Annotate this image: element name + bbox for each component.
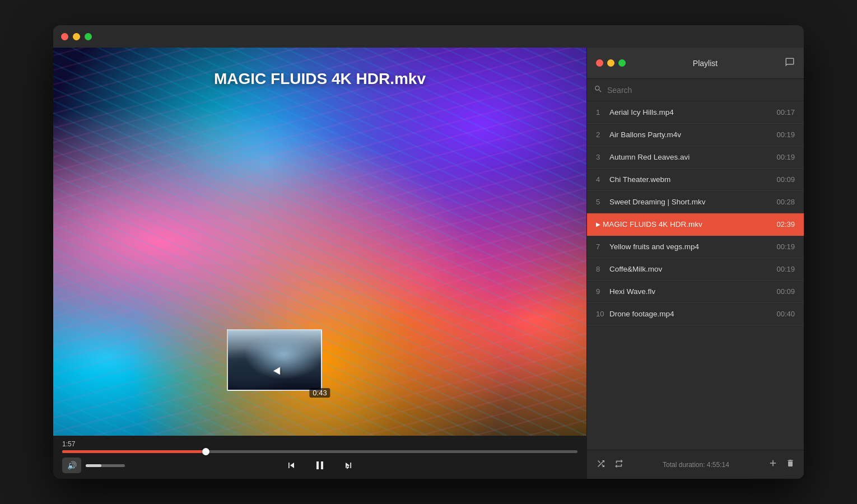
playlist-maximize-button[interactable]	[618, 59, 626, 67]
progress-track[interactable]	[62, 450, 577, 453]
item-name: Air Ballons Party.m4v	[609, 130, 772, 139]
playback-controls	[285, 459, 355, 472]
item-duration: 00:09	[776, 287, 795, 296]
shuffle-button[interactable]	[595, 458, 607, 472]
window-controls	[61, 33, 92, 40]
play-indicator: ▶	[596, 221, 600, 227]
seek-time-label: 0:43	[309, 388, 330, 398]
item-name: Sweet Dreaming | Short.mkv	[609, 198, 772, 206]
next-button[interactable]	[342, 460, 355, 471]
time-elapsed: 1:57	[62, 440, 577, 448]
playlist-window-controls	[596, 59, 626, 67]
playlist-item[interactable]: 2 Air Ballons Party.m4v 00:19	[587, 124, 804, 146]
minimize-button[interactable]	[73, 33, 80, 40]
repeat-button[interactable]	[613, 458, 625, 472]
search-icon	[594, 85, 603, 95]
volume-icon: 🔊	[67, 461, 77, 470]
controls-row: 🔊	[62, 458, 577, 473]
item-duration: 00:17	[776, 108, 795, 116]
item-duration: 00:09	[776, 175, 795, 184]
item-number: 9	[596, 287, 609, 296]
item-name: Chi Theater.webm	[609, 175, 772, 184]
playlist-item[interactable]: 5 Sweet Dreaming | Short.mkv 00:28	[587, 191, 804, 213]
chat-button[interactable]	[785, 57, 795, 69]
item-number: 3	[596, 153, 609, 161]
item-number: 1	[596, 108, 609, 116]
video-area: MAGIC FLUIDS 4K HDR.mkv 0:43 1:57	[53, 48, 586, 479]
title-bar	[53, 25, 804, 48]
item-duration: 02:39	[776, 220, 795, 228]
search-bar	[587, 79, 804, 101]
playlist-item[interactable]: 9 Hexi Wave.flv 00:09	[587, 281, 804, 303]
item-number: 4	[596, 175, 609, 184]
volume-button[interactable]: 🔊	[62, 458, 81, 473]
seek-thumbnail	[227, 329, 322, 391]
item-duration: 00:40	[776, 310, 795, 318]
progress-fill	[62, 450, 207, 453]
previous-button[interactable]	[285, 460, 297, 471]
controls-bar: 1:57 🔊	[53, 436, 586, 479]
item-number: 8	[596, 265, 609, 273]
progress-area: 1:57	[62, 440, 577, 453]
playlist-title: Playlist	[693, 59, 718, 68]
playlist-item[interactable]: 4 Chi Theater.webm 00:09	[587, 169, 804, 191]
item-name: MAGIC FLUIDS 4K HDR.mkv	[603, 220, 772, 228]
playlist-header: Playlist	[587, 48, 804, 79]
volume-slider[interactable]	[86, 464, 125, 467]
app-window: MAGIC FLUIDS 4K HDR.mkv 0:43 1:57	[53, 25, 804, 479]
playlist-item[interactable]: 10 Drone footage.mp4 00:40	[587, 303, 804, 325]
item-duration: 00:28	[776, 198, 795, 206]
item-number: 5	[596, 198, 609, 206]
playlist-items: 1 Aerial Icy Hills.mp4 00:17 2 Air Ballo…	[587, 101, 804, 450]
item-name: Drone footage.mp4	[609, 310, 772, 318]
item-name: Autumn Red Leaves.avi	[609, 153, 772, 161]
item-name: Coffe&Milk.mov	[609, 265, 772, 273]
playlist-footer: Total duration: 4:55:14	[587, 450, 804, 479]
item-duration: 00:19	[776, 153, 795, 161]
playlist-item[interactable]: 1 Aerial Icy Hills.mp4 00:17	[587, 101, 804, 124]
item-number: 7	[596, 242, 609, 251]
maximize-button[interactable]	[85, 33, 92, 40]
playlist-item[interactable]: 8 Coffe&Milk.mov 00:19	[587, 258, 804, 281]
video-background: MAGIC FLUIDS 4K HDR.mkv	[53, 48, 586, 436]
playlist-item[interactable]: ▶ MAGIC FLUIDS 4K HDR.mkv 02:39	[587, 213, 804, 236]
item-name: Hexi Wave.flv	[609, 287, 772, 296]
item-number: 2	[596, 130, 609, 139]
playlist-panel: Playlist 1 Aerial	[586, 48, 804, 479]
item-name: Aerial Icy Hills.mp4	[609, 108, 772, 116]
item-duration: 00:19	[776, 242, 795, 251]
delete-button[interactable]	[785, 457, 796, 472]
playlist-close-button[interactable]	[596, 59, 603, 67]
pause-button[interactable]	[313, 459, 327, 472]
total-duration: Total duration: 4:55:14	[631, 461, 761, 469]
item-duration: 00:19	[776, 265, 795, 273]
volume-fill	[86, 464, 101, 467]
playlist-minimize-button[interactable]	[607, 59, 614, 67]
item-name: Yellow fruits and vegs.mp4	[609, 242, 772, 251]
search-input[interactable]	[607, 86, 797, 95]
playlist-item[interactable]: 7 Yellow fruits and vegs.mp4 00:19	[587, 236, 804, 258]
volume-group: 🔊	[62, 458, 125, 473]
video-title: MAGIC FLUIDS 4K HDR.mkv	[53, 70, 586, 88]
main-content: MAGIC FLUIDS 4K HDR.mkv 0:43 1:57	[53, 48, 804, 479]
add-button[interactable]	[767, 457, 779, 472]
item-duration: 00:19	[776, 130, 795, 139]
item-number: 10	[596, 310, 609, 318]
playlist-item[interactable]: 3 Autumn Red Leaves.avi 00:19	[587, 146, 804, 169]
close-button[interactable]	[61, 33, 68, 40]
